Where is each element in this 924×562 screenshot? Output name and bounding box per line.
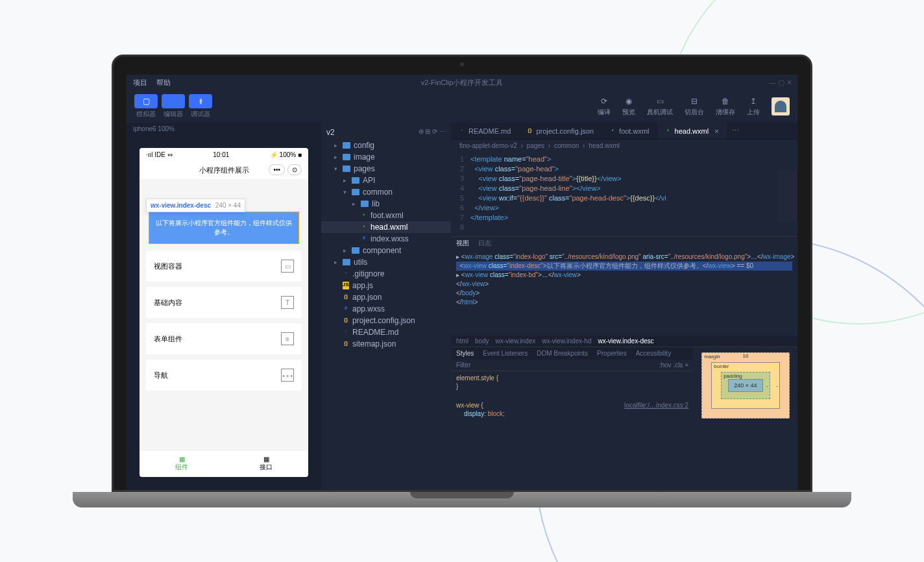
file-pages[interactable]: ▾pages	[321, 163, 451, 175]
list-item-0[interactable]: 视图容器▭	[146, 250, 302, 282]
crumb-3[interactable]: wx-view.index-hd	[542, 337, 591, 345]
inspect-tooltip: wx-view.index-desc 240 × 44	[146, 199, 245, 212]
file-lib[interactable]: ▸lib	[321, 198, 451, 210]
breadcrumb[interactable]: fino-applet-demo-v2 › pages › common › h…	[451, 140, 797, 152]
minimap[interactable]	[778, 170, 797, 222]
ide-window: 项目 帮助 v2-FinClip小程序开发工具 — ▢ ✕ ▢模拟器编辑器⫵调试…	[127, 75, 797, 490]
file-component[interactable]: ▸component	[321, 245, 451, 256]
file-foot.wxml[interactable]: ▪foot.wxml	[321, 210, 451, 221]
menu-help[interactable]: 帮助	[156, 78, 171, 88]
mode-tab-2[interactable]: ⫵调试器	[189, 94, 212, 119]
capsule-menu-icon[interactable]: •••	[269, 164, 285, 175]
file-API[interactable]: ▸API	[321, 175, 451, 186]
status-battery: ⚡ 100% ■	[270, 151, 302, 158]
editor-tab-3[interactable]: ▪head.wxml×	[657, 123, 727, 139]
phone-tab-0[interactable]: ▦组件	[140, 450, 224, 477]
editor-tab-2[interactable]: ▪foot.wxml	[602, 123, 657, 139]
file-head.wxml[interactable]: ▪head.wxml	[321, 221, 451, 233]
box-margin-top: 10	[743, 353, 749, 359]
file-app.js[interactable]: JSapp.js	[321, 280, 451, 291]
camera-dot	[460, 62, 464, 66]
file-app.json[interactable]: {}app.json	[321, 291, 451, 303]
tabs-more-icon[interactable]: ⋯	[727, 123, 744, 139]
explorer-actions[interactable]: ⊕ ⊞ ⟳ ⋯	[419, 128, 446, 137]
tooltip-dimensions: 240 × 44	[215, 202, 241, 209]
window-controls[interactable]: — ▢ ✕	[769, 79, 792, 87]
devtools-tab-view[interactable]: 视图	[456, 239, 469, 248]
app-title-text: 小程序组件展示	[199, 166, 249, 174]
action-4[interactable]: 🗑清缓存	[716, 96, 735, 117]
selected-element[interactable]: 以下将展示小程序官方组件能力，组件样式仅供参考。	[149, 212, 299, 244]
phone-tabbar: ▦组件▦接口	[140, 450, 308, 477]
list-item-1[interactable]: 基础内容T	[146, 287, 302, 318]
devtools: 视图 日志 ▸ <wx-image class="index-logo" src…	[451, 236, 797, 450]
phone-tab-1[interactable]: ▦接口	[224, 450, 308, 477]
toolbar: ▢模拟器编辑器⫵调试器 ⟳编译◉预览▭真机调试⊟切后台🗑清缓存↥上传	[127, 90, 797, 123]
editor-panel: ▫README.md{}project.config.json▪foot.wxm…	[451, 123, 797, 490]
styles-tab-4[interactable]: Accessibility	[636, 350, 671, 357]
code-editor[interactable]: 1<template name="head">2 <view class="pa…	[451, 152, 797, 235]
menu-project[interactable]: 项目	[133, 78, 147, 88]
file-config[interactable]: ▸config	[321, 140, 451, 151]
action-5[interactable]: ↥上传	[747, 96, 760, 117]
app-title: 小程序组件展示 ••• ⊙	[140, 162, 308, 179]
file-project.config.json[interactable]: {}project.config.json	[321, 315, 451, 326]
avatar[interactable]	[772, 97, 790, 116]
crumb-0[interactable]: html	[456, 337, 468, 345]
window-title: v2-FinClip小程序开发工具	[421, 78, 504, 88]
devtools-tab-log[interactable]: 日志	[478, 239, 491, 248]
box-padding: -	[766, 383, 768, 389]
file-sitemap.json[interactable]: {}sitemap.json	[321, 338, 451, 350]
status-time: 10:01	[213, 151, 229, 158]
file-.gitignore[interactable]: ▫.gitignore	[321, 268, 451, 280]
phone-statusbar: ·ııl IDE ⇔ 10:01 ⚡ 100% ■	[140, 148, 308, 162]
crumb-2[interactable]: wx-view.index	[496, 337, 536, 345]
tooltip-selector: wx-view.index-desc	[151, 202, 211, 209]
menubar: 项目 帮助 v2-FinClip小程序开发工具 — ▢ ✕	[127, 75, 797, 90]
phone-body[interactable]: wx-view.index-desc 240 × 44 以下将展示小程序官方组件…	[140, 179, 308, 450]
editor-tabs: ▫README.md{}project.config.json▪foot.wxm…	[451, 123, 797, 140]
status-signal: ·ııl IDE ⇔	[146, 151, 173, 158]
styles-filter-actions[interactable]: :hov .cls +	[659, 361, 688, 369]
action-3[interactable]: ⊟切后台	[685, 96, 704, 117]
action-2[interactable]: ▭真机调试	[647, 96, 673, 117]
crumb-1[interactable]: body	[475, 337, 489, 345]
dom-tree[interactable]: ▸ <wx-image class="index-logo" src="../r…	[451, 250, 797, 336]
styles-tab-1[interactable]: Event Listeners	[483, 350, 528, 357]
file-index.wxss[interactable]: #index.wxss	[321, 233, 451, 245]
laptop-frame: 项目 帮助 v2-FinClip小程序开发工具 — ▢ ✕ ▢模拟器编辑器⫵调试…	[112, 55, 812, 507]
dom-breadcrumb[interactable]: htmlbodywx-view.indexwx-view.index-hdwx-…	[451, 336, 797, 347]
list-item-3[interactable]: 导航∘∘∘	[146, 360, 302, 391]
project-root[interactable]: v2	[326, 128, 335, 137]
styles-tab-3[interactable]: Properties	[597, 350, 627, 357]
file-common[interactable]: ▾common	[321, 186, 451, 198]
editor-tab-1[interactable]: {}project.config.json	[518, 123, 602, 139]
mode-tab-1[interactable]: 编辑器	[162, 94, 185, 119]
phone-preview: ·ııl IDE ⇔ 10:01 ⚡ 100% ■ 小程序组件展示 ••• ⊙ …	[140, 148, 308, 477]
mode-tab-0[interactable]: ▢模拟器	[134, 94, 158, 119]
action-0[interactable]: ⟳编译	[598, 96, 611, 117]
capsule-close-icon[interactable]: ⊙	[287, 164, 302, 175]
styles-tab-0[interactable]: Styles	[456, 350, 474, 357]
file-README.md[interactable]: ▫README.md	[321, 326, 451, 338]
list-item-2[interactable]: 表单组件≡	[146, 323, 302, 354]
file-utils[interactable]: ▸utils	[321, 256, 451, 268]
device-info: iphone6 100%	[127, 123, 321, 135]
file-app.wxss[interactable]: #app.wxss	[321, 303, 451, 315]
box-model: margin 10 border - padding - 240 × 44	[694, 347, 797, 450]
simulator-panel: iphone6 100% ·ııl IDE ⇔ 10:01 ⚡ 100% ■ 小…	[127, 123, 321, 490]
file-image[interactable]: ▸image	[321, 151, 451, 163]
styles-filter-input[interactable]: Filter	[456, 361, 470, 369]
editor-tab-0[interactable]: ▫README.md	[451, 123, 518, 139]
box-content-size: 240 × 44	[728, 379, 762, 392]
styles-tab-2[interactable]: DOM Breakpoints	[537, 350, 588, 357]
action-1[interactable]: ◉预览	[622, 96, 635, 117]
box-border: -	[776, 383, 778, 389]
crumb-4[interactable]: wx-view.index-desc	[598, 337, 653, 345]
file-explorer: v2 ⊕ ⊞ ⟳ ⋯ ▸config▸image▾pages▸API▾commo…	[321, 123, 451, 490]
